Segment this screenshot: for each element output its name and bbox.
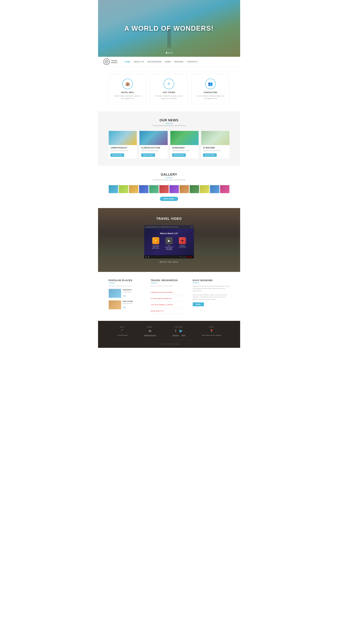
travel-resources-underline — [151, 283, 157, 283]
phone-icon: 📱 — [120, 329, 124, 333]
gallery-read-more-btn[interactable]: READ MORE — [160, 197, 178, 201]
video-inner-title: What Is MotoC 3.0? — [147, 232, 191, 234]
resource-link-1[interactable]: LOREM IPSUM DOLOR AMET — [151, 292, 173, 293]
footer-follow-col: FOLLOW f 🐦 Facebook Twitter — [173, 326, 186, 336]
video-icon-play[interactable]: ▶ Full responsiveness and mobile compati… — [164, 237, 175, 250]
place-more-2[interactable]: more — [123, 306, 126, 308]
facebook-link[interactable]: Facebook — [173, 334, 179, 336]
resource-link-2[interactable]: UT WISI ENIM AD MINIM VOI — [151, 298, 172, 300]
news-image-3 — [170, 131, 199, 145]
resource-item-2[interactable]: UT WISI ENIM AD MINIM VOI — [151, 295, 187, 301]
news-image-1 — [109, 131, 137, 145]
youtube-icon[interactable]: ▶ YouTube — [186, 256, 193, 258]
place-desc-2: Eirors ad doux — [123, 303, 145, 304]
hero-title: A WORLD OF WONDERS! — [124, 25, 214, 32]
resource-link-4[interactable]: SEAM NUNC PUT — [151, 310, 163, 312]
resource-item-4[interactable]: SEAM NUNC PUT — [151, 308, 187, 314]
nav-link-about[interactable]: ABOUT US — [134, 61, 144, 63]
gallery-thumb-12[interactable] — [220, 185, 230, 193]
nav-link-news[interactable]: NEWS — [165, 61, 171, 63]
news-card-title-2: CLARITAS EST ETIAM — [141, 147, 166, 149]
hotel-title: HOTEL INFO — [121, 91, 134, 94]
nav-link-home[interactable]: HOME — [125, 61, 130, 63]
read-more-btn-1[interactable]: READ MORE — [110, 154, 124, 157]
video-progress-bar[interactable] — [150, 257, 179, 257]
consulting-icon: 👥 — [205, 78, 216, 89]
consulting-title: CONSULTING — [204, 91, 217, 94]
hero-dot-3[interactable] — [171, 52, 172, 54]
video-icon-heart: ♥ Fantastic functionality! — [177, 237, 188, 250]
place-name-1: SUM DOLO — [123, 289, 145, 291]
video-icon-speed: ⚡ High website speed and performance! — [150, 237, 161, 250]
heart-icon-label: Fantastic functionality! — [177, 245, 188, 248]
news-subtitle: Ut wisi enim ad minim veniam, quis nostr… — [109, 125, 230, 126]
footer-bottom: Travel Portal © 2015 | Privacy policy — [109, 340, 230, 345]
gallery-thumb-1[interactable] — [109, 185, 118, 193]
gallery-thumb-11[interactable] — [210, 185, 219, 193]
resource-item-3[interactable]: TYPI NON HABENT CLARITAT — [151, 301, 187, 308]
gallery-header: GALLERY Ut wisi enim ad minim veniam, qu… — [109, 173, 230, 181]
video-icons: ⚡ High website speed and performance! ▶ … — [147, 237, 191, 250]
facebook-icon: f — [175, 329, 176, 333]
news-grid: LOREM IPSUM ELIT Quio enim ad minim veni… — [109, 131, 230, 158]
volume-btn[interactable]: 🔊 — [148, 256, 149, 258]
location-icon: 📍 — [210, 329, 214, 333]
nav-link-contacts[interactable]: CONTACTS — [187, 61, 198, 63]
resource-link-3[interactable]: TYPI NON HABENT CLARITAT — [151, 304, 173, 306]
hero-dots[interactable] — [166, 52, 172, 54]
feature-consulting: 👥 CONSULTING Aven non habent claritatem … — [192, 74, 229, 104]
gallery-thumb-2[interactable] — [119, 185, 128, 193]
gallery-thumb-6[interactable] — [159, 185, 169, 193]
heart-icon-hex: ♥ — [179, 237, 186, 244]
read-more-btn-3[interactable]: READ MORE — [172, 154, 186, 157]
gallery-thumb-9[interactable] — [190, 185, 199, 193]
news-card-title-3: EODEM MODO — [172, 147, 197, 149]
easy-booking-underline — [193, 283, 199, 283]
travel-resources-subtitle: Wriliss est etiam processus veritam — [151, 285, 187, 287]
read-more-btn-4[interactable]: READ MORE — [203, 154, 217, 157]
news-header: OUR NEWS Ut wisi enim ad minim veniam, q… — [109, 118, 230, 126]
video-controls: ▶ 🔊 0:00 / 1:29 ▶ YouTube — [144, 256, 194, 258]
svg-rect-5 — [169, 42, 171, 48]
play-pause-btn[interactable]: ▶ — [146, 256, 147, 258]
hero-dot-1[interactable] — [166, 52, 167, 54]
resource-item-1[interactable]: LOREM IPSUM DOLOR AMET — [151, 289, 187, 295]
feature-tours: ✈ HOT TOURS Non habent claritatem insita… — [150, 74, 188, 104]
visit-label: VISIT — [209, 326, 214, 328]
gallery-thumb-5[interactable] — [149, 185, 158, 193]
nav-link-booking[interactable]: BOOKING — [175, 61, 184, 63]
place-thumb-1 — [109, 289, 121, 298]
popular-places-col: POPULAR PLACES Claritas est etiam proces… — [109, 279, 145, 314]
read-more-btn-2[interactable]: READ MORE — [141, 154, 155, 157]
gallery-thumb-3[interactable] — [129, 185, 138, 193]
easy-booking-title: EASY BOOKING — [193, 279, 230, 282]
navigation: TRAVEL PORTAL HOME ABOUT US DESTINATIONS… — [98, 57, 240, 67]
video-player[interactable]: Introducing MotoCMS 3.0 - Website Builde… — [144, 225, 194, 258]
news-image-4 — [201, 131, 230, 145]
news-underline — [165, 123, 173, 124]
gallery-thumb-8[interactable] — [180, 185, 189, 193]
social-links: f 🐦 — [175, 329, 183, 333]
hero-section: A WORLD OF WONDERS! — [98, 0, 240, 57]
video-section: TRAVEL VIDEO Introducing MotoCMS 3.0 - W… — [98, 208, 240, 272]
gallery-section: GALLERY Ut wisi enim ad minim veniam, qu… — [98, 166, 240, 208]
booking-text-2: Typi non habent claritatem insitam; est … — [193, 294, 230, 301]
place-more-1[interactable]: more — [123, 295, 126, 296]
feature-hotel: 🏨 HOTEL INFO Typi non habent claritatem … — [109, 74, 146, 104]
call-value: +1 800 559 6580 — [117, 334, 127, 336]
video-time: 0:00 / 1:29 — [180, 256, 185, 258]
play-icon-hex[interactable]: ▶ — [165, 237, 173, 244]
twitter-link[interactable]: Twitter — [181, 334, 186, 336]
gallery-thumb-4[interactable] — [139, 185, 148, 193]
nav-link-destinations[interactable]: DESTINATIONS — [147, 61, 162, 63]
email-value[interactable]: mail@demolink.org — [144, 334, 156, 336]
video-top-bar: Introducing MotoCMS 3.0 - Website Builde… — [144, 225, 194, 229]
booking-more-btn[interactable]: MORE — [193, 302, 204, 306]
hero-dot-2[interactable] — [168, 52, 170, 54]
video-close-btn[interactable]: ✕ — [191, 226, 193, 228]
logo-icon — [103, 58, 110, 65]
gallery-thumb-7[interactable] — [170, 185, 179, 193]
news-card-desc-2: Quio enim ad minim veniam — [141, 150, 166, 152]
place-thumb-2 — [109, 300, 121, 309]
gallery-thumb-10[interactable] — [200, 185, 209, 193]
